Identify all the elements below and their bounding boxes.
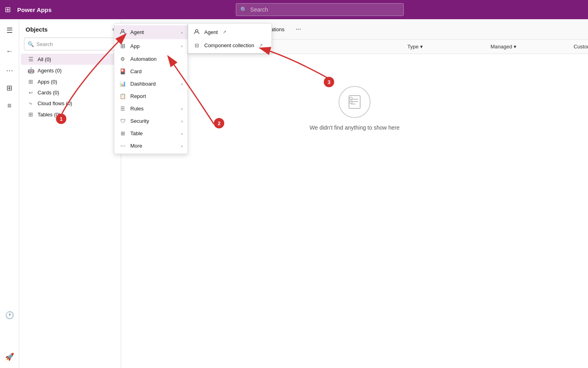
sidebar-item-apps-label: Apps (0) <box>38 79 113 85</box>
more-actions-button[interactable]: ··· <box>293 23 304 35</box>
rail-list-icon[interactable]: ≡ <box>2 98 18 114</box>
svg-point-7 <box>195 30 198 32</box>
sidebar: Objects ‹ 🔍 Search ☰ All (0) 🤖 Agents (0… <box>19 19 121 368</box>
more-menu-label: More <box>130 143 177 149</box>
menu-item-rules[interactable]: ☰ Rules › <box>114 102 187 115</box>
rail-dots-icon[interactable]: ⋯ <box>2 62 18 78</box>
report-menu-label: Report <box>130 93 183 99</box>
cloudflows-icon: ⤷ <box>27 101 34 106</box>
security-menu-label: Security <box>130 118 177 124</box>
rail-menu-icon[interactable]: ☰ <box>2 22 18 38</box>
app-menu-label: App <box>130 43 177 49</box>
rules-menu-arrow: › <box>181 106 183 111</box>
sidebar-search[interactable]: 🔍 Search <box>24 38 116 50</box>
submenu-collection-label: Component collection <box>204 42 254 48</box>
submenu-collection-external-icon: ↗ <box>259 43 263 48</box>
empty-state: We didn't find anything to show here <box>121 54 588 163</box>
sidebar-item-all[interactable]: ☰ All (0) <box>21 54 119 65</box>
menu-item-report[interactable]: 📋 Report <box>114 90 187 102</box>
sidebar-title: Objects <box>26 26 48 33</box>
rules-menu-icon: ☰ <box>119 106 126 112</box>
submenu-agent[interactable]: Agent ↗ <box>188 25 271 39</box>
automation-menu-icon: ⚙ <box>119 56 126 62</box>
card-menu-icon: 🎴 <box>119 68 126 74</box>
security-menu-icon: 🛡 <box>119 118 126 124</box>
sidebar-item-tables[interactable]: ⊞ Tables (0) <box>21 109 119 120</box>
more-icon: ··· <box>296 26 301 33</box>
submenu-agent-label: Agent <box>204 29 218 35</box>
managed-col-sort-icon: ▾ <box>514 44 516 50</box>
rail-table-icon[interactable]: ⊞ <box>2 80 18 96</box>
sidebar-item-all-label: All (0) <box>38 56 113 62</box>
col-header-type[interactable]: Type ▾ <box>407 44 487 50</box>
new-dropdown-menu: Agent › ⊞ App › ⚙ Automation 🎴 Card 📊 Da… <box>114 23 188 154</box>
table-menu-label: Table <box>130 130 177 136</box>
menu-item-app[interactable]: ⊞ App › <box>114 39 187 53</box>
empty-icon <box>339 86 371 118</box>
search-label: Search <box>250 6 268 13</box>
sidebar-item-cloudflows[interactable]: ⤷ Cloud flows (0) <box>21 98 119 109</box>
agent-menu-icon <box>119 28 126 36</box>
sidebar-item-agents[interactable]: 🤖 Agents (0) <box>21 65 119 76</box>
svg-point-6 <box>122 30 124 32</box>
sidebar-item-tables-label: Tables (0) <box>38 112 113 118</box>
search-icon: 🔍 <box>240 6 247 13</box>
menu-item-agent[interactable]: Agent › <box>114 25 187 39</box>
app-menu-icon: ⊞ <box>119 42 126 50</box>
report-menu-icon: 📋 <box>119 93 126 99</box>
waffle-icon[interactable]: ⊞ <box>5 5 11 14</box>
customized-col-label: Customized <box>574 44 588 50</box>
menu-item-more[interactable]: ⋯ More › <box>114 140 187 152</box>
sidebar-item-apps[interactable]: ⊞ Apps (0) <box>21 76 119 87</box>
submenu-collection-icon: ⊟ <box>193 42 200 48</box>
agent-menu-arrow: › <box>181 30 183 35</box>
submenu-component-collection[interactable]: ⊟ Component collection ↗ <box>188 39 271 52</box>
rail-history-icon[interactable]: 🕐 <box>2 307 18 323</box>
all-icon: ☰ <box>27 56 34 62</box>
automation-menu-label: Automation <box>130 56 183 62</box>
type-col-label: Type <box>407 44 419 50</box>
dashboard-menu-label: Dashboard <box>130 81 177 87</box>
app-name: Power Apps <box>17 6 52 13</box>
rules-menu-label: Rules <box>130 106 177 112</box>
main-content: ＋ New ▾ ⊡ Add existing ▾ ⊡ Publish all c… <box>121 19 588 368</box>
apps-icon: ⊞ <box>27 78 34 85</box>
agent-menu-label: Agent <box>130 29 177 35</box>
agents-icon: 🤖 <box>27 67 34 74</box>
menu-item-automation[interactable]: ⚙ Automation <box>114 53 187 65</box>
submenu-agent-external-icon: ↗ <box>223 30 226 35</box>
table-menu-icon: ⊞ <box>119 130 126 136</box>
menu-item-card[interactable]: 🎴 Card <box>114 65 187 78</box>
managed-col-label: Managed <box>490 44 512 50</box>
tables-icon: ⊞ <box>27 111 34 118</box>
sidebar-item-agents-label: Agents (0) <box>38 68 113 74</box>
security-menu-arrow: › <box>181 119 183 124</box>
icon-rail: ☰ ← ⋯ ⊞ ≡ 🕐 🚀 <box>0 19 19 368</box>
card-menu-label: Card <box>130 68 183 74</box>
sidebar-item-cloudflows-label: Cloud flows (0) <box>38 100 113 106</box>
sidebar-search-icon: 🔍 <box>28 41 34 47</box>
menu-item-security[interactable]: 🛡 Security › <box>114 115 187 127</box>
sidebar-header: Objects ‹ <box>19 19 121 36</box>
type-col-sort-icon: ▾ <box>420 44 423 50</box>
more-menu-icon: ⋯ <box>119 143 126 149</box>
menu-item-dashboard[interactable]: 📊 Dashboard › <box>114 78 187 90</box>
cards-icon: ↩ <box>27 90 34 96</box>
dashboard-menu-icon: 📊 <box>119 81 126 87</box>
rail-back-icon[interactable]: ← <box>2 43 18 59</box>
more-menu-arrow: › <box>181 144 183 148</box>
submenu-agent-icon <box>193 28 200 36</box>
table-menu-arrow: › <box>181 131 183 136</box>
col-header-customized[interactable]: Customized <box>574 44 588 50</box>
dashboard-menu-arrow: › <box>181 82 183 86</box>
topbar: ⊞ Power Apps 🔍 Search <box>0 0 588 19</box>
agent-submenu: Agent ↗ ⊟ Component collection ↗ <box>188 23 272 54</box>
sidebar-item-cards[interactable]: ↩ Cards (0) <box>21 87 119 98</box>
empty-message: We didn't find anything to show here <box>310 124 400 131</box>
menu-item-table[interactable]: ⊞ Table › <box>114 127 187 140</box>
app-menu-arrow: › <box>181 44 183 48</box>
search-bar[interactable]: 🔍 Search <box>236 3 404 16</box>
sidebar-search-placeholder: Search <box>36 41 53 47</box>
col-header-managed[interactable]: Managed ▾ <box>490 44 570 50</box>
rail-rocket-icon[interactable]: 🚀 <box>2 349 18 365</box>
